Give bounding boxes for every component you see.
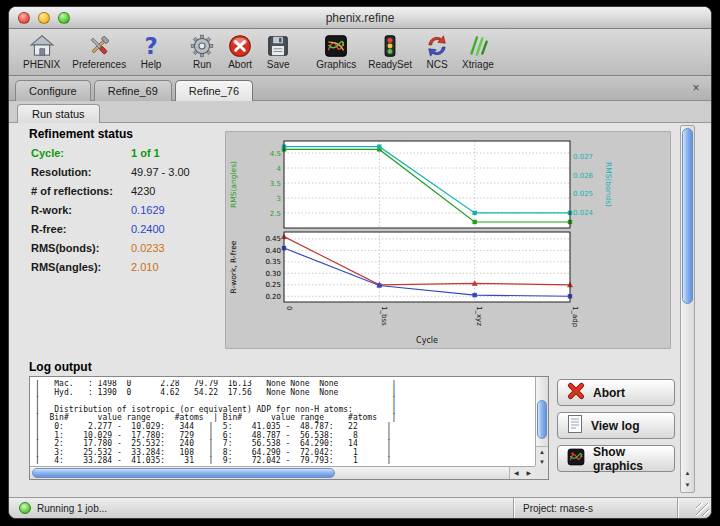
scroll-up-icon[interactable]: ▲ (681, 467, 694, 479)
stat-label: Resolution: (31, 166, 131, 178)
toolbar-button-preferences[interactable]: Preferences (66, 31, 132, 70)
svg-text:0.025: 0.025 (573, 190, 593, 198)
stat-label: R-work: (31, 204, 131, 216)
refinement-plot-svg: 2.533.544.50.0240.0250.0260.027RMS(angle… (226, 132, 668, 348)
scroll-down-icon[interactable]: ▼ (681, 479, 694, 491)
svg-text:1_bss: 1_bss (380, 306, 388, 326)
toolbar-label: Preferences (72, 59, 126, 70)
tab-refine-69[interactable]: Refine_69 (94, 80, 172, 101)
svg-text:0.20: 0.20 (265, 293, 281, 301)
toolbar-button-help[interactable]: ? Help (132, 31, 170, 70)
content-scrollbar[interactable]: ▲▼ (680, 125, 695, 493)
xtriage-icon (465, 32, 491, 59)
scroll-left-icon[interactable]: ◀ (510, 467, 523, 479)
log-horizontal-scrollbar[interactable]: ◀▶ (30, 466, 535, 479)
progress-spinner-icon (19, 502, 31, 514)
tab-configure[interactable]: Configure (15, 80, 91, 101)
ncs-arrows-icon (424, 32, 450, 59)
svg-text:1_adp: 1_adp (571, 306, 579, 328)
toolbar-label: Xtriage (462, 59, 494, 70)
toolbar-button-phenix[interactable]: PHENIX (17, 31, 66, 70)
tab-refine-76[interactable]: Refine_76 (175, 80, 253, 101)
log-vertical-scrollbar-thumb[interactable] (537, 400, 547, 439)
svg-text:3: 3 (277, 195, 281, 203)
svg-text:0.35: 0.35 (265, 258, 281, 266)
svg-text:R-work, R-free: R-work, R-free (229, 240, 238, 293)
stat-reflections: # of reflections: 4230 (31, 181, 223, 200)
stat-value: 0.2400 (131, 223, 165, 235)
view-log-button-label: View log (591, 419, 639, 433)
log-vertical-scrollbar[interactable]: ▲▼ (535, 377, 548, 466)
svg-text:RMS(angles): RMS(angles) (229, 161, 238, 208)
svg-text:?: ? (145, 33, 158, 59)
toolbar-button-abort[interactable]: Abort (221, 31, 259, 70)
run-status-pane: Refinement status Cycle: 1 of 1 Resoluti… (9, 123, 711, 497)
log-scroll-arrows-h[interactable]: ◀▶ (509, 467, 535, 479)
project-label: Project: rnase-s (523, 498, 593, 518)
stat-r-work: R-work: 0.1629 (31, 200, 223, 219)
log-scroll-arrows[interactable]: ▲▼ (536, 446, 548, 466)
show-graphics-button-label: Show graphics (593, 445, 666, 473)
toolbar-label: Graphics (316, 59, 356, 70)
log-document-icon (566, 414, 584, 437)
floppy-icon (265, 32, 291, 59)
svg-text:RMS(bonds): RMS(bonds) (604, 162, 613, 207)
stat-value: 2.010 (131, 261, 159, 273)
svg-text:0.45: 0.45 (265, 235, 281, 243)
toolbar-label: Abort (228, 59, 252, 70)
tab-run-status[interactable]: Run status (17, 104, 100, 123)
window-title: phenix.refine (326, 11, 395, 25)
traffic-light-icon (377, 32, 403, 59)
toolbar-button-xtriage[interactable]: Xtriage (456, 31, 500, 70)
stat-label: # of reflections: (31, 185, 131, 197)
close-window-button[interactable] (18, 12, 30, 24)
tools-icon (86, 32, 112, 59)
stat-value: 0.1629 (131, 204, 165, 216)
log-output-box: | Mac. : 1498 0 2.28 79.79 16.13 None No… (29, 376, 549, 480)
toolbar-button-graphics[interactable]: Graphics (310, 31, 362, 70)
tab-bar: Configure Refine_69 Refine_76 × (9, 76, 711, 101)
toolbar-button-ncs[interactable]: NCS (418, 31, 456, 70)
abort-button-label: Abort (593, 386, 625, 400)
svg-text:0.024: 0.024 (573, 209, 594, 217)
toolbar-label: PHENIX (23, 59, 60, 70)
content-scrollbar-thumb[interactable] (682, 128, 693, 304)
svg-text:1_xyz: 1_xyz (475, 306, 483, 326)
scroll-right-icon[interactable]: ▶ (523, 467, 536, 479)
stat-value: 49.97 - 3.00 (131, 166, 190, 178)
stat-label: Cycle: (31, 147, 131, 159)
status-message: Running 1 job... (37, 503, 107, 514)
svg-text:0.40: 0.40 (265, 247, 281, 255)
view-log-button[interactable]: View log (557, 412, 675, 439)
toolbar-button-save[interactable]: Save (259, 31, 297, 70)
content-scroll-arrows[interactable]: ▲▼ (681, 467, 694, 491)
abort-circle-icon (227, 32, 253, 59)
svg-text:4.5: 4.5 (270, 150, 281, 158)
refinement-status-heading: Refinement status (29, 127, 133, 141)
toolbar-label: Help (141, 59, 162, 70)
svg-text:0: 0 (285, 306, 293, 310)
toolbar-label: NCS (427, 59, 448, 70)
log-horizontal-scrollbar-thumb[interactable] (32, 468, 335, 478)
abort-button[interactable]: Abort (557, 379, 675, 406)
resize-grip[interactable] (696, 503, 709, 516)
scroll-up-icon[interactable]: ▲ (536, 447, 548, 457)
toolbar-label: Run (193, 59, 211, 70)
titlebar[interactable]: phenix.refine (9, 7, 711, 29)
phenix-refine-window: phenix.refine PHENIX Preferences ? Help (8, 6, 712, 519)
stat-label: R-free: (31, 223, 131, 235)
abort-x-icon (566, 381, 586, 404)
minimize-window-button[interactable] (38, 12, 50, 24)
stat-label: RMS(bonds): (31, 242, 131, 254)
close-tab-icon[interactable]: × (689, 81, 703, 95)
svg-text:0.30: 0.30 (265, 270, 281, 278)
toolbar-button-readyset[interactable]: ReadySet (362, 31, 418, 70)
home-icon (29, 32, 55, 59)
zoom-window-button[interactable] (58, 12, 70, 24)
show-graphics-button[interactable]: Show graphics (557, 445, 675, 472)
question-icon: ? (138, 32, 164, 59)
run-status-tab-bar: Run status (9, 101, 711, 123)
action-buttons: Abort View log Show graphics (557, 379, 675, 478)
toolbar-button-run[interactable]: Run (183, 31, 221, 70)
svg-text:3.5: 3.5 (270, 180, 281, 188)
